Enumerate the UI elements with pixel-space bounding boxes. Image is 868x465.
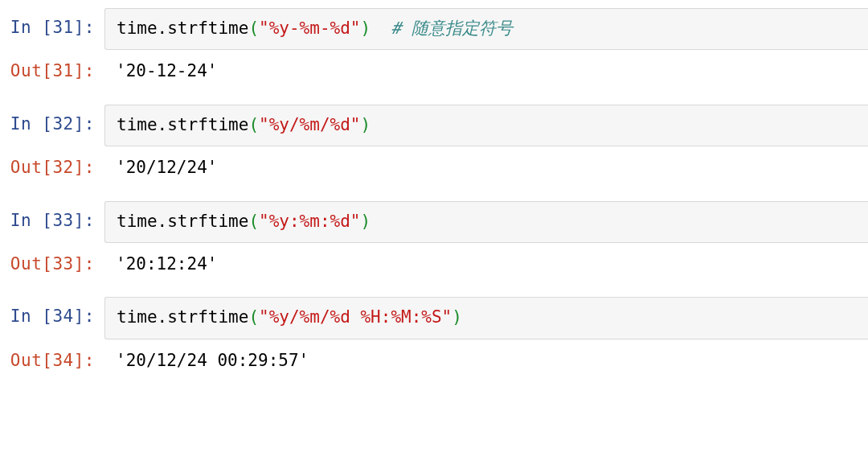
output-prompt: Out[34]: bbox=[0, 346, 104, 372]
paren-close: ) bbox=[360, 19, 371, 38]
paren-open: ( bbox=[248, 19, 259, 38]
paren-close: ) bbox=[452, 307, 462, 327]
cell-group: In [34]: time.strftime("%y/%m/%d %H:%M:%… bbox=[0, 297, 868, 376]
input-cell: In [33]: time.strftime("%y:%m:%d") bbox=[0, 201, 868, 243]
paren-close: ) bbox=[360, 212, 371, 231]
input-cell: In [34]: time.strftime("%y/%m/%d %H:%M:%… bbox=[0, 297, 868, 339]
output-text: '20/12/24 00:29:57' bbox=[104, 346, 868, 376]
paren-open: ( bbox=[248, 115, 259, 134]
output-cell: Out[31]: '20-12-24' bbox=[0, 56, 868, 86]
code-input[interactable]: time.strftime("%y-%m-%d") # 随意指定符号 bbox=[104, 8, 868, 50]
code-input[interactable]: time.strftime("%y/%m/%d %H:%M:%S") bbox=[104, 297, 868, 339]
output-text: '20/12/24' bbox=[104, 153, 868, 183]
code-input[interactable]: time.strftime("%y/%m/%d") bbox=[104, 105, 868, 146]
output-prompt: Out[33]: bbox=[0, 249, 104, 276]
output-text: '20-12-24' bbox=[104, 56, 868, 86]
output-cell: Out[32]: '20/12/24' bbox=[0, 153, 868, 183]
input-prompt: In [32]: bbox=[0, 105, 104, 136]
code-prefix: time.strftime bbox=[117, 19, 248, 38]
output-cell: Out[34]: '20/12/24 00:29:57' bbox=[0, 346, 868, 376]
output-cell: Out[33]: '20:12:24' bbox=[0, 249, 868, 279]
code-string: "%y/%m/%d" bbox=[259, 115, 360, 134]
cell-group: In [32]: time.strftime("%y/%m/%d") Out[3… bbox=[0, 105, 868, 183]
output-prompt: Out[31]: bbox=[0, 56, 104, 83]
input-prompt: In [34]: bbox=[0, 297, 104, 328]
code-prefix: time.strftime bbox=[117, 307, 248, 327]
code-input[interactable]: time.strftime("%y:%m:%d") bbox=[104, 201, 868, 243]
output-prompt: Out[32]: bbox=[0, 153, 104, 179]
paren-open: ( bbox=[248, 307, 259, 327]
code-string: "%y/%m/%d %H:%M:%S" bbox=[259, 307, 452, 327]
code-string: "%y-%m-%d" bbox=[259, 19, 360, 38]
input-prompt: In [31]: bbox=[0, 8, 104, 39]
code-prefix: time.strftime bbox=[117, 212, 248, 231]
output-text: '20:12:24' bbox=[104, 249, 868, 279]
code-string: "%y:%m:%d" bbox=[259, 212, 360, 231]
input-cell: In [32]: time.strftime("%y/%m/%d") bbox=[0, 105, 868, 146]
code-comment: # 随意指定符号 bbox=[371, 19, 513, 38]
paren-close: ) bbox=[360, 115, 371, 134]
paren-open: ( bbox=[248, 212, 259, 231]
code-prefix: time.strftime bbox=[117, 115, 248, 134]
cell-group: In [33]: time.strftime("%y:%m:%d") Out[3… bbox=[0, 201, 868, 280]
input-cell: In [31]: time.strftime("%y-%m-%d") # 随意指… bbox=[0, 8, 868, 50]
input-prompt: In [33]: bbox=[0, 201, 104, 232]
cell-group: In [31]: time.strftime("%y-%m-%d") # 随意指… bbox=[0, 8, 868, 87]
